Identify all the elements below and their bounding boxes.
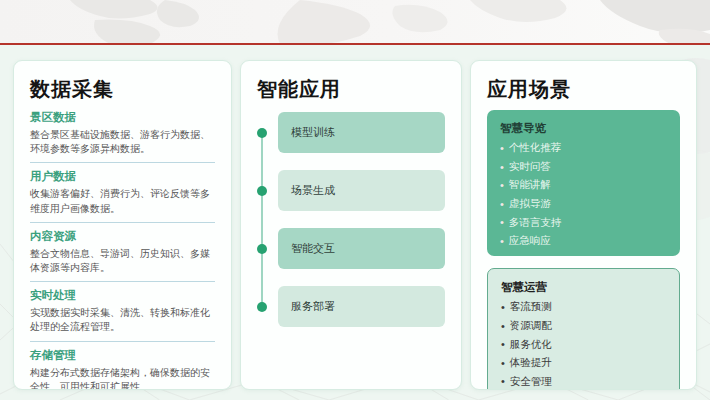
- panel-smart-application: 智能应用 模型训练 场景生成 智能交互 服务部署: [240, 60, 462, 390]
- step-model-training: 模型训练: [278, 112, 445, 153]
- world-map-banner: [0, 0, 710, 44]
- scenario-heading: 智慧导览: [500, 121, 667, 136]
- section-divider: [30, 281, 215, 282]
- step-intelligent-interaction: 智能交互: [278, 228, 445, 269]
- scenario-item: •多语言支持: [500, 216, 667, 228]
- bullet-icon: •: [500, 216, 504, 228]
- panel-title: 智能应用: [257, 76, 445, 103]
- section-body: 整合景区基础设施数据、游客行为数据、环境参数等多源异构数据。: [30, 128, 215, 156]
- bullet-icon: •: [501, 338, 505, 350]
- bullet-icon: •: [500, 161, 504, 173]
- section-realtime-processing: 实时处理 实现数据实时采集、清洗、转换和标准化处理的全流程管理。: [30, 288, 215, 334]
- bullet-icon: •: [501, 375, 505, 387]
- section-heading: 实时处理: [30, 288, 215, 303]
- section-divider: [30, 222, 215, 223]
- scenario-item: •实时问答: [500, 161, 667, 173]
- timeline-dot-icon: [257, 244, 267, 254]
- panel-data-collection: 数据采集 景区数据 整合景区基础设施数据、游客行为数据、环境参数等多源异构数据。…: [13, 60, 232, 390]
- header-divider-rule: [0, 43, 710, 45]
- bullet-icon: •: [500, 179, 504, 191]
- bullet-icon: •: [500, 198, 504, 210]
- timeline-connector-line: [261, 134, 263, 305]
- scenario-item: •体验提升: [501, 357, 666, 369]
- section-body: 收集游客偏好、消费行为、评论反馈等多维度用户画像数据。: [30, 187, 215, 215]
- timeline-step: 服务部署: [257, 286, 445, 327]
- panel-title: 数据采集: [30, 76, 215, 103]
- bullet-icon: •: [501, 357, 505, 369]
- section-heading: 景区数据: [30, 110, 215, 125]
- bullet-icon: •: [500, 235, 504, 247]
- section-body: 构建分布式数据存储架构，确保数据的安全性、可用性和可扩展性。: [30, 366, 215, 391]
- section-body: 实现数据实时采集、清洗、转换和标准化处理的全流程管理。: [30, 306, 215, 334]
- step-scene-generation: 场景生成: [278, 170, 445, 211]
- timeline-dot-icon: [257, 302, 267, 312]
- scenario-item: •虚拟导游: [500, 198, 667, 210]
- section-divider: [30, 162, 215, 163]
- scenario-item: •应急响应: [500, 235, 667, 247]
- bullet-icon: •: [500, 142, 504, 154]
- section-storage-management: 存储管理 构建分布式数据存储架构，确保数据的安全性、可用性和可扩展性。: [30, 348, 215, 391]
- process-timeline: 模型训练 场景生成 智能交互 服务部署: [257, 112, 445, 327]
- world-map-graphic: [0, 0, 710, 44]
- section-heading: 存储管理: [30, 348, 215, 363]
- step-service-deployment: 服务部署: [278, 286, 445, 327]
- section-divider: [30, 341, 215, 342]
- scenario-card-smart-guide: 智慧导览 •个性化推荐 •实时问答 •智能讲解 •虚拟导游 •多语言支持 •应急…: [487, 110, 680, 256]
- scenario-item: •客流预测: [501, 301, 666, 313]
- scenario-item: •个性化推荐: [500, 142, 667, 154]
- panel-title: 应用场景: [487, 76, 680, 103]
- panel-application-scenarios: 应用场景 智慧导览 •个性化推荐 •实时问答 •智能讲解 •虚拟导游 •多语言支…: [470, 60, 697, 390]
- section-heading: 内容资源: [30, 229, 215, 244]
- bullet-icon: •: [501, 320, 505, 332]
- bullet-icon: •: [501, 301, 505, 313]
- timeline-step: 场景生成: [257, 170, 445, 211]
- timeline-step: 智能交互: [257, 228, 445, 269]
- timeline-dot-icon: [257, 186, 267, 196]
- scenario-card-smart-operations: 智慧运营 •客流预测 •资源调配 •服务优化 •体验提升 •安全管理 •决策支持: [487, 268, 680, 390]
- section-content-resources: 内容资源 整合文物信息、导游词、历史知识、多媒体资源等内容库。: [30, 229, 215, 275]
- timeline-step: 模型训练: [257, 112, 445, 153]
- section-user-data: 用户数据 收集游客偏好、消费行为、评论反馈等多维度用户画像数据。: [30, 169, 215, 215]
- section-scenic-data: 景区数据 整合景区基础设施数据、游客行为数据、环境参数等多源异构数据。: [30, 110, 215, 156]
- scenario-item: •服务优化: [501, 338, 666, 350]
- section-body: 整合文物信息、导游词、历史知识、多媒体资源等内容库。: [30, 247, 215, 275]
- timeline-dot-icon: [257, 128, 267, 138]
- scenario-item: •安全管理: [501, 375, 666, 387]
- section-heading: 用户数据: [30, 169, 215, 184]
- scenario-item: •资源调配: [501, 320, 666, 332]
- scenario-item: •智能讲解: [500, 179, 667, 191]
- scenario-heading: 智慧运营: [501, 280, 666, 295]
